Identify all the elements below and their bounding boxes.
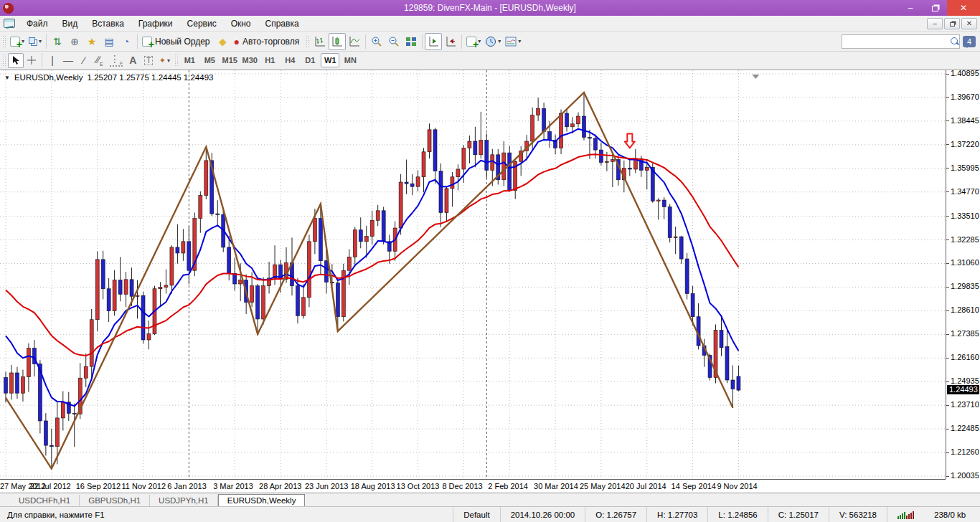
zoom-out-button[interactable]	[385, 33, 402, 50]
price-axis-label: 1.29835	[951, 282, 979, 290]
equidistant-channel-tool[interactable]: ∕∕E	[92, 53, 108, 68]
price-axis-label: 1.24935	[951, 376, 979, 385]
date-axis-label: 3 Mar 2013	[213, 482, 253, 490]
timeframe-h1[interactable]: H1	[260, 53, 279, 67]
cursor-tool-button[interactable]	[8, 53, 24, 68]
close-button[interactable]: ✕	[947, 0, 980, 16]
chart-ohlc-values: 1.25207 1.25775 1.24445 1.24493	[88, 73, 214, 82]
navigator-button[interactable]: ★	[83, 33, 100, 50]
templates-button[interactable]: ▾	[503, 33, 523, 50]
menu-item[interactable]: Графики	[131, 16, 180, 31]
date-axis-label: 13 Oct 2013	[397, 482, 440, 490]
search-icon[interactable]	[950, 37, 958, 47]
price-tick	[946, 310, 949, 311]
text-label-tool[interactable]: T	[141, 53, 156, 68]
new-order-button[interactable]: Новый Ордер	[140, 33, 214, 50]
menu-item[interactable]: Окно	[224, 16, 258, 31]
candlestick-chart[interactable]	[0, 70, 946, 479]
search-input[interactable]	[842, 36, 950, 47]
mdi-close-button[interactable]: ✕	[961, 18, 977, 29]
menu-item[interactable]: Вставка	[85, 16, 131, 31]
channel-icon: ∕∕E	[96, 54, 103, 67]
timeframe-m30[interactable]: M30	[240, 53, 259, 67]
crosshair-icon	[27, 55, 37, 65]
periods-button[interactable]: ▾	[483, 33, 503, 50]
status-help-text: Для справки, нажмите F1	[0, 511, 112, 519]
price-tick	[946, 263, 949, 264]
price-tick	[946, 452, 949, 453]
data-window-button[interactable]: ⊕	[66, 33, 83, 50]
status-segment: Default	[453, 507, 499, 522]
status-segment: V: 563218	[829, 507, 887, 522]
new-chart-button[interactable]: ▾	[8, 33, 27, 50]
new-order-icon	[142, 37, 152, 47]
minimize-button[interactable]: –	[898, 0, 923, 16]
toolbar-grip[interactable]	[174, 54, 178, 67]
fibonacci-tool[interactable]: ⋮F	[108, 53, 125, 68]
metaeditor-button[interactable]: ◆	[215, 33, 232, 50]
zoom-in-button[interactable]	[368, 33, 385, 50]
chart-tab[interactable]: EURUSDh,Weekly	[218, 494, 306, 506]
chart-tab[interactable]: USDCHFh,H1	[10, 495, 80, 506]
timeframe-w1[interactable]: W1	[321, 53, 339, 67]
price-tick	[946, 405, 949, 406]
strategy-tester-button[interactable]: ◔	[118, 33, 135, 50]
vertical-line-tool[interactable]: |	[44, 53, 60, 68]
indicators-button[interactable]: ▾	[464, 33, 483, 50]
bar-chart-button[interactable]	[311, 33, 329, 50]
price-axis[interactable]: 1.408951.396701.384451.372201.359951.347…	[946, 70, 980, 479]
window-title: 129859: DivenFX-Main - [EURUSDh,Weekly]	[0, 3, 980, 13]
vertical-line-icon: |	[51, 55, 54, 65]
tile-windows-button[interactable]	[402, 33, 420, 50]
text-icon: A	[129, 55, 136, 65]
menu-item[interactable]: Вид	[55, 16, 85, 31]
crosshair-tool-button[interactable]	[24, 53, 39, 68]
market-watch-button[interactable]: ⇅	[49, 33, 66, 50]
date-axis-label: 30 Mar 2014	[534, 482, 578, 490]
chart-tabs-bar: USDCHFh,H1GBPUSDh,H1USDJPYh,H1EURUSDh,We…	[0, 493, 980, 506]
menu-item[interactable]: Файл	[19, 16, 55, 31]
timeframe-h4[interactable]: H4	[281, 53, 299, 67]
price-tick	[946, 120, 949, 121]
autotrading-button[interactable]: ● Авто-торговля	[232, 33, 304, 50]
time-axis[interactable]: 27 May 201222 Jul 201216 Sep 201211 Nov …	[0, 479, 946, 493]
candle-chart-button[interactable]	[329, 33, 346, 50]
date-axis-label: 18 Aug 2013	[351, 482, 395, 490]
chart-tab[interactable]: GBPUSDh,H1	[80, 495, 150, 506]
trendline-tool[interactable]: ∕	[76, 53, 92, 68]
notifications-badge[interactable]: 4	[963, 36, 976, 47]
arrows-tool[interactable]: ✦▾	[156, 53, 172, 68]
periods-clock-icon	[485, 36, 496, 47]
menu-item[interactable]: Справка	[258, 16, 306, 31]
mt4-window: 129859: DivenFX-Main - [EURUSDh,Weekly] …	[0, 0, 980, 522]
legend-dropdown-icon[interactable]: ▼	[4, 75, 10, 81]
search-box	[842, 34, 960, 49]
timeframe-m15[interactable]: M15	[220, 53, 239, 67]
price-axis-label: 1.20035	[951, 471, 979, 480]
horizontal-line-tool[interactable]: —	[60, 53, 76, 68]
timeframe-mn[interactable]: MN	[341, 53, 359, 67]
chart-tab[interactable]: USDJPYh,H1	[150, 495, 218, 506]
mdi-restore-button[interactable]	[944, 18, 960, 29]
auto-scroll-button[interactable]	[425, 33, 442, 50]
date-axis-label: 14 Sep 2014	[672, 482, 716, 490]
line-chart-button[interactable]	[346, 33, 363, 50]
toolbar-grip[interactable]	[306, 35, 309, 48]
bar-chart-icon	[315, 36, 326, 47]
timeframe-m1[interactable]: M1	[180, 53, 199, 67]
price-axis-label: 1.26160	[951, 353, 979, 361]
mdi-minimize-button[interactable]: –	[927, 18, 943, 29]
restore-button[interactable]	[923, 0, 947, 16]
price-tick	[946, 216, 949, 217]
menu-item[interactable]: Сервис	[180, 16, 224, 31]
terminal-button[interactable]: ▤	[100, 33, 118, 50]
price-axis-label: 1.33510	[951, 212, 979, 220]
toolbar-grip[interactable]	[2, 54, 6, 67]
toolbar-grip[interactable]	[2, 35, 6, 48]
timeframe-d1[interactable]: D1	[301, 53, 319, 67]
chart-shift-button[interactable]	[442, 33, 459, 50]
chart-workspace[interactable]: ▼ EURUSDh,Weekly 1.25207 1.25775 1.24445…	[0, 70, 980, 493]
text-tool[interactable]: A	[125, 53, 141, 68]
profiles-button[interactable]: ▾	[27, 33, 44, 50]
timeframe-m5[interactable]: M5	[200, 53, 219, 67]
